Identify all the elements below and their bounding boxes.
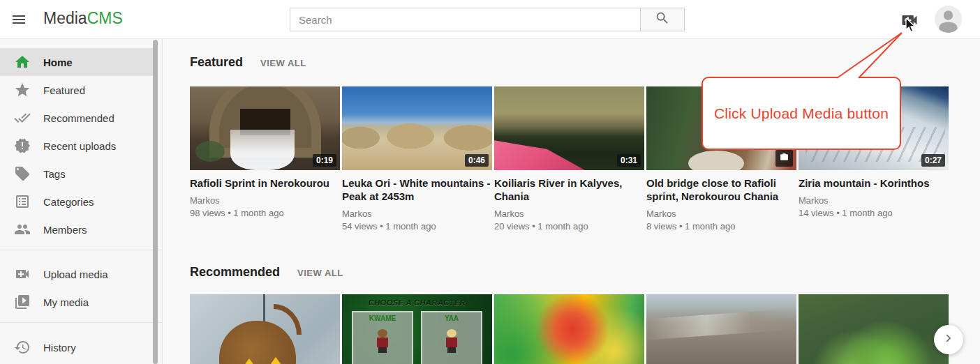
sidebar-item-history[interactable]: History [0,333,162,361]
media-card[interactable] [646,294,796,364]
camera-icon [780,152,789,165]
video-thumbnail[interactable]: 0:46 [342,86,492,170]
media-title[interactable]: Old bridge close to Rafioli sprint, Nero… [646,176,796,203]
media-card[interactable] [799,294,949,364]
my-media-icon [14,294,31,310]
logo-suffix: CMS [87,9,123,27]
logo-prefix: Media [43,9,87,27]
home-icon [14,54,31,70]
video-thumbnail[interactable]: CHOOSE A CHARACTER KWAME YAA Selected Se… [342,294,492,364]
video-thumbnail[interactable] [646,294,796,364]
sidebar-item-label: Members [43,224,87,236]
thumbnail-art [195,141,225,162]
sidebar-item-my-media[interactable]: My media [0,288,162,316]
media-meta: 98 views • 1 month ago [190,207,340,219]
new-releases-icon [14,137,31,154]
duration-badge: 0:19 [313,154,336,167]
sidebar: Home Featured Recommended Recent uploads… [0,39,163,364]
thumbnail-art [646,309,796,340]
video-thumbnail[interactable] [799,294,949,364]
sidebar-item-upload-media[interactable]: Upload media [0,260,162,288]
photo-badge [775,150,793,167]
media-card[interactable] [494,294,644,364]
section-title: Featured [190,55,243,70]
carousel-next-button[interactable] [934,325,963,354]
sidebar-item-recent-uploads[interactable]: Recent uploads [0,132,162,160]
app-logo[interactable]: MediaCMS [43,9,123,28]
tag-icon [14,165,31,182]
media-card[interactable]: 0:46 Leuka Ori - White mountains - Peak … [342,86,492,232]
duration-badge: 0:31 [617,154,641,167]
media-title[interactable]: Rafioli Sprint in Nerokourou [190,176,340,190]
game-character-sprite [376,329,389,353]
thumbnail-art [688,151,744,170]
thumbnail-art [274,304,302,335]
media-author[interactable]: Markos [342,208,492,220]
media-meta: 54 views • 1 month ago [342,220,492,232]
annotation-text: Click Upload Media button [714,105,889,122]
media-meta: 8 views • 1 month ago [646,220,796,232]
sidebar-scrollbar[interactable] [153,40,158,364]
search-input[interactable] [290,8,640,31]
chevron-right-icon [941,331,956,349]
view-all-link[interactable]: VIEW ALL [297,268,343,278]
upload-media-button[interactable] [900,10,919,30]
game-character-panel: YAA [421,311,482,364]
media-author[interactable]: Markos [799,195,949,206]
media-card[interactable]: 0:31 Koiliaris River in Kalyves, Chania … [494,86,644,232]
media-author[interactable]: Markos [646,208,796,220]
double-check-icon [14,109,31,126]
recommended-section-header: Recommended VIEW ALL [190,265,343,280]
view-all-link[interactable]: VIEW ALL [260,58,306,68]
media-card[interactable] [190,294,340,364]
sidebar-item-label: Recent uploads [43,140,116,152]
sidebar-item-featured[interactable]: Featured [0,76,162,104]
mediacms-app: MediaCMS Home [0,0,980,364]
thumbnail-art [494,134,585,170]
video-thumbnail[interactable] [190,294,340,364]
thumbnail-art [230,130,295,170]
section-title: Recommended [190,265,280,280]
duration-badge: 0:46 [465,154,489,167]
media-title[interactable]: Koiliaris River in Kalyves, Chania [494,176,644,203]
sidebar-item-members[interactable]: Members [0,215,162,243]
sidebar-item-tags[interactable]: Tags [0,160,162,188]
sidebar-item-label: Tags [43,168,66,180]
upload-media-icon [14,266,31,282]
media-card[interactable]: CHOOSE A CHARACTER KWAME YAA Selected Se… [342,294,492,364]
sidebar-item-categories[interactable]: Categories [0,188,162,215]
media-meta: 20 views • 1 month ago [494,220,644,232]
star-icon [14,82,31,98]
members-icon [14,221,31,238]
media-card[interactable]: 0:19 Rafioli Sprint in Nerokourou Markos… [190,86,340,219]
user-avatar[interactable] [935,6,962,33]
video-thumbnail[interactable]: 0:31 [494,86,644,170]
featured-section-header: Featured VIEW ALL [190,55,306,70]
media-title[interactable]: Ziria mountain - Korinthos [799,176,949,190]
sidebar-item-label: Home [43,56,73,68]
video-thumbnail[interactable] [494,294,644,364]
history-icon [14,339,31,356]
search-icon [655,10,670,29]
media-author[interactable]: Markos [494,208,644,220]
game-character-name: YAA [422,314,481,322]
sidebar-item-label: Categories [43,196,94,208]
game-character-sprite [445,329,459,353]
media-author[interactable]: Markos [190,195,340,206]
sidebar-item-home[interactable]: Home [0,48,153,76]
duration-badge: 0:27 [921,154,945,167]
media-title[interactable]: Leuka Ori - White mountains - Peak at 24… [342,176,492,203]
sidebar-item-label: History [43,342,76,354]
search-button[interactable] [640,8,685,31]
upload-media-icon [900,20,919,32]
video-thumbnail[interactable]: 0:19 [190,86,340,170]
sidebar-item-recommended[interactable]: Recommended [0,104,162,132]
game-character-panel: KWAME [352,311,413,364]
thumbnail-art [342,119,492,151]
hamburger-menu-icon[interactable] [10,11,27,28]
annotation-callout: Click Upload Media button [701,77,901,150]
user-avatar-icon [935,23,962,33]
categories-icon [14,193,31,210]
sidebar-item-label: Upload media [43,268,108,280]
sidebar-item-label: Recommended [43,112,114,124]
